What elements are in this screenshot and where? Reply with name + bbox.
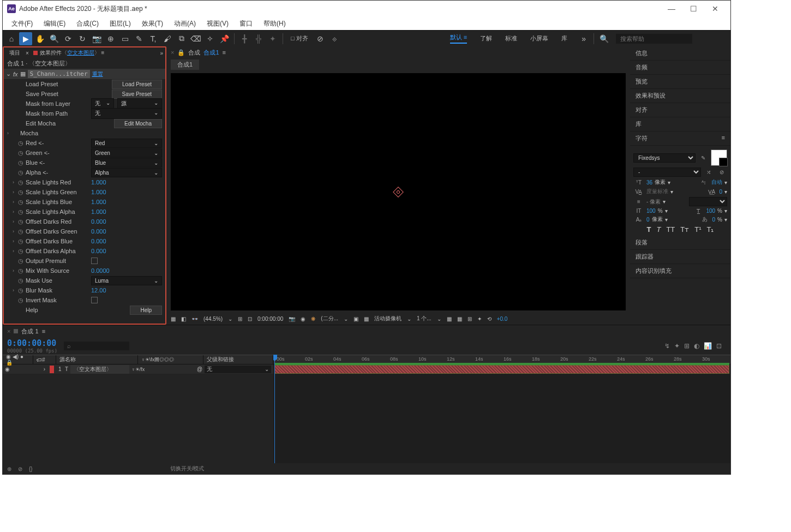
hand-tool-icon[interactable]: ✋ <box>33 32 46 45</box>
guide-icon[interactable]: ⊡ <box>248 316 252 322</box>
subscript-button[interactable]: T₁ <box>707 225 714 234</box>
layer-expand-icon[interactable]: › <box>44 366 45 372</box>
puppet-tool-icon[interactable]: 📌 <box>218 32 231 45</box>
prop-value[interactable]: 0.000 <box>91 248 165 254</box>
workspace-小屏幕[interactable]: 小屏幕 <box>530 34 548 43</box>
orbit-tool-icon[interactable]: ⟳ <box>62 32 75 45</box>
bold-button[interactable]: T <box>647 225 651 234</box>
leading-value[interactable]: 自动 <box>711 178 722 186</box>
draft-icon[interactable]: ▦ <box>457 316 462 322</box>
exposure-value[interactable]: +0.0 <box>497 316 508 322</box>
panel-section-跟踪器[interactable]: 跟踪器 <box>630 250 730 264</box>
project-tab[interactable]: 项目 <box>6 48 23 58</box>
local-axis-icon[interactable]: ╋ <box>238 32 251 45</box>
toggle-switches-label[interactable]: 切换开关/模式 <box>170 465 205 473</box>
timeline-tab[interactable]: 合成 1 <box>21 327 38 336</box>
camera-tool-icon[interactable]: 📷 <box>90 32 103 45</box>
prop-dropdown[interactable]: Blue⌄ <box>91 158 162 168</box>
tl-footer-icon2[interactable]: ⊘ <box>18 466 22 472</box>
selection-tool-icon[interactable]: ▶ <box>19 32 32 45</box>
prop-value[interactable]: 1.000 <box>91 199 165 205</box>
camera-dd[interactable]: 活动摄像机 <box>374 315 402 322</box>
panel-section-预览[interactable]: 预览 <box>630 75 730 89</box>
parent-pickwhip-icon[interactable]: @ <box>195 366 205 372</box>
menu-文件(F)[interactable]: 文件(F) <box>7 18 37 29</box>
adjust-icon[interactable]: ⊡ <box>716 342 722 350</box>
timeline-search-input[interactable] <box>64 342 129 350</box>
parent-dropdown[interactable]: 无⌄ <box>205 366 271 373</box>
tracking-value[interactable]: 0 <box>719 189 722 195</box>
grid-icon[interactable]: ⊞ <box>238 316 242 322</box>
comp-link-icon[interactable]: 🔒 <box>177 49 185 56</box>
prop-checkbox[interactable] <box>91 258 98 264</box>
swap-color-icon[interactable]: ⤭ <box>703 169 714 175</box>
home-tool-icon[interactable]: ⌂ <box>5 32 18 45</box>
italic-button[interactable]: T <box>656 225 661 234</box>
effect-reset-link[interactable]: 重置 <box>92 70 103 78</box>
tl-footer-icon3[interactable]: {} <box>29 466 33 472</box>
prop-value[interactable]: 0.0000 <box>91 267 165 274</box>
eraser-tool-icon[interactable]: ⌫ <box>189 32 202 45</box>
panel-section-库[interactable]: 库 <box>630 117 730 131</box>
maximize-button[interactable]: ☐ <box>682 1 704 16</box>
prop-value[interactable]: 12.00 <box>91 287 165 294</box>
layer-visibility-icon[interactable]: ◉ <box>5 366 10 372</box>
prop-dropdown[interactable]: Luma⌄ <box>91 276 162 285</box>
zoom-level[interactable]: (44.5%) <box>203 316 223 322</box>
rect-tool-icon[interactable]: ▭ <box>118 32 131 45</box>
pan-behind-tool-icon[interactable]: ⊕ <box>104 32 117 45</box>
panel-overflow-icon[interactable]: » <box>160 50 163 56</box>
reset-exp-icon[interactable]: ⟲ <box>487 316 492 322</box>
search-icon[interactable]: 🔍 <box>597 32 610 45</box>
comp-tab-name[interactable]: 合成1 <box>203 49 219 57</box>
anchor-point-icon[interactable] <box>393 187 404 198</box>
prop-value[interactable]: 1.000 <box>91 208 165 215</box>
comp-crumb[interactable]: 合成1 <box>171 59 199 70</box>
tl-footer-icon1[interactable]: ⊕ <box>7 466 11 472</box>
workspace-了解[interactable]: 了解 <box>480 34 492 43</box>
rotate-tool-icon[interactable]: ↻ <box>76 32 89 45</box>
snap-toggle[interactable]: □ 对齐 <box>286 34 313 43</box>
menu-动画(A)[interactable]: 动画(A) <box>170 18 200 29</box>
effect-adj-icon[interactable]: ▦ <box>20 70 26 77</box>
superscript-button[interactable]: T¹ <box>694 225 701 234</box>
panel-section-效果和预设[interactable]: 效果和预设 <box>630 89 730 103</box>
graph-icon[interactable]: 📊 <box>704 342 712 350</box>
workspace-标准[interactable]: 标准 <box>505 34 517 43</box>
flowchart-icon[interactable]: ✦ <box>477 316 482 322</box>
mask-vis-icon[interactable]: ▦ <box>171 316 176 322</box>
menu-编辑(E)[interactable]: 编辑(E) <box>39 18 70 29</box>
resolution-dd[interactable]: (二分... <box>321 315 338 322</box>
frame-blend-icon[interactable]: ⊞ <box>684 342 690 350</box>
prop-button[interactable]: Load Preset <box>112 80 162 89</box>
font-style-select[interactable]: - <box>633 168 701 177</box>
close-button[interactable]: ✕ <box>704 1 726 16</box>
eyedropper-icon[interactable]: ✎ <box>698 155 709 161</box>
effect-toggle-icon[interactable]: ⌄ <box>6 70 11 77</box>
viewer-time[interactable]: 0:00:00:00 <box>257 316 283 322</box>
pen-tool-icon[interactable]: ✎ <box>133 32 146 45</box>
effect-tab-layer-link[interactable]: 空文本图层 <box>67 49 94 57</box>
layer-duration-bar[interactable] <box>274 365 729 374</box>
effect-fx-icon[interactable]: fx <box>13 71 18 77</box>
col-src-name[interactable]: 源名称 <box>56 355 138 364</box>
motion-blur-icon[interactable]: ◐ <box>694 342 699 350</box>
prop-value[interactable]: 0.000 <box>91 228 165 235</box>
type-tool-icon[interactable]: T, <box>147 32 160 45</box>
zoom-tool-icon[interactable]: 🔍 <box>47 32 61 45</box>
workspace-库[interactable]: 库 <box>561 34 567 43</box>
prop-dropdown[interactable]: 无⌄ <box>91 108 162 119</box>
roto-tool-icon[interactable]: ✧ <box>203 32 217 45</box>
menu-合成(C)[interactable]: 合成(C) <box>72 18 103 29</box>
stroke-width-value[interactable]: - 像素 <box>646 198 661 206</box>
layer-name[interactable]: 〈空文本图层〉 <box>70 365 129 374</box>
timeline-icon[interactable]: ⊞ <box>468 316 472 322</box>
menu-效果(T)[interactable]: 效果(T) <box>137 18 167 29</box>
world-axis-icon[interactable]: ╬ <box>252 32 265 45</box>
stroke-style-select[interactable] <box>689 197 727 206</box>
menu-帮助(H)[interactable]: 帮助(H) <box>259 18 290 29</box>
prop-button[interactable]: Help <box>130 306 162 315</box>
fast-preview-icon[interactable]: ▦ <box>447 316 452 322</box>
prop-button[interactable]: Save Preset <box>112 89 162 99</box>
timeline-tracks[interactable]: 00s02s04s06s08s10s12s14s16s18s20s22s24s2… <box>273 355 730 463</box>
